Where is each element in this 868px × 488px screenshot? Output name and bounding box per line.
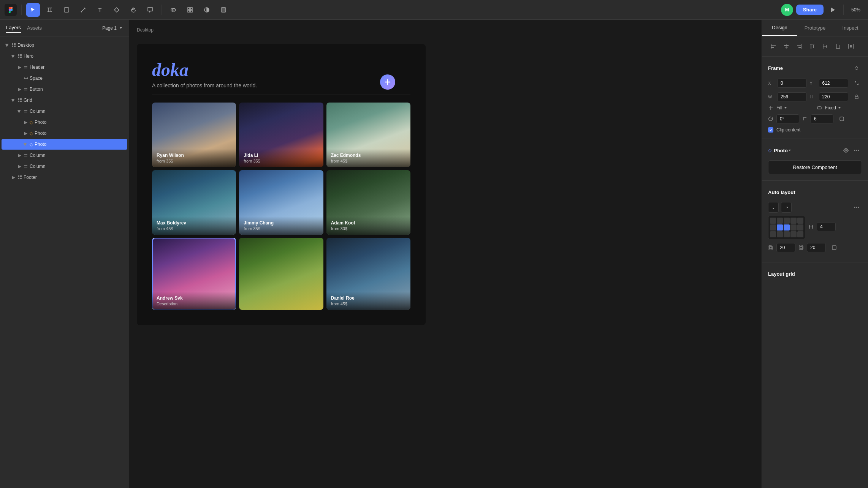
comment-tool[interactable] bbox=[143, 3, 157, 17]
layer-desktop[interactable]: ▶ Desktop bbox=[2, 40, 127, 51]
svg-rect-10 bbox=[190, 8, 192, 9]
zoom-level[interactable]: 50% bbox=[848, 7, 863, 13]
right-panel: Design Prototype Inspect bbox=[762, 20, 868, 488]
w-input[interactable] bbox=[777, 92, 807, 101]
layers-tab[interactable]: Layers bbox=[6, 23, 21, 33]
y-input[interactable] bbox=[819, 79, 849, 88]
svg-point-6 bbox=[81, 11, 82, 12]
align-top-button[interactable] bbox=[807, 41, 817, 52]
layer-button[interactable]: ▶ Button bbox=[2, 84, 127, 95]
contrast-tool[interactable] bbox=[200, 3, 214, 17]
padding-expand-icon[interactable] bbox=[829, 242, 839, 253]
distribute-button[interactable] bbox=[846, 41, 856, 52]
layer-column3[interactable]: ▶ Column bbox=[2, 161, 127, 172]
restore-component-button[interactable]: Restore Component bbox=[768, 160, 862, 174]
chevron-icon: ▶ bbox=[23, 120, 28, 125]
add-auto-layout-icon[interactable] bbox=[851, 187, 862, 197]
prototype-tab[interactable]: Prototype bbox=[797, 20, 833, 36]
photo-card-deer[interactable] bbox=[239, 238, 323, 310]
clip-checkbox[interactable] bbox=[768, 127, 773, 133]
layer-column1[interactable]: ▶ Column bbox=[2, 106, 127, 117]
h-input[interactable] bbox=[819, 92, 849, 101]
fixed-control[interactable]: Fixed bbox=[825, 105, 862, 111]
direction-right-button[interactable] bbox=[781, 202, 792, 213]
photo-card-zac[interactable]: Zac Edmonds from 45$ bbox=[326, 103, 410, 167]
x-input[interactable] bbox=[777, 79, 807, 88]
x-label: X bbox=[768, 81, 774, 85]
align-right-button[interactable] bbox=[794, 41, 805, 52]
chevron-icon: ▶ bbox=[17, 87, 22, 92]
app-logo[interactable] bbox=[5, 4, 17, 16]
hand-tool[interactable] bbox=[127, 3, 140, 17]
photo-card-max[interactable]: Max Boldyrev from 45$ bbox=[152, 170, 236, 235]
layer-hero[interactable]: ▶ Hero bbox=[2, 51, 127, 62]
align-center-v-button[interactable] bbox=[820, 41, 830, 52]
photo-card-jida[interactable]: Jida Li from 35$ bbox=[239, 103, 323, 167]
page-selector[interactable]: Page 1 bbox=[102, 25, 123, 31]
fill-control[interactable]: Fill bbox=[776, 105, 814, 111]
svg-point-77 bbox=[856, 150, 857, 151]
component-tool[interactable] bbox=[110, 3, 124, 17]
photo-name: Andrew Svk bbox=[157, 295, 231, 301]
add-photo-button[interactable] bbox=[380, 74, 395, 90]
user-avatar[interactable]: M bbox=[781, 4, 793, 16]
share-button[interactable]: Share bbox=[796, 5, 824, 15]
photo-label-max: Max Boldyrev from 45$ bbox=[152, 216, 236, 235]
fill-tool[interactable] bbox=[217, 3, 230, 17]
assets-tab[interactable]: Assets bbox=[27, 24, 42, 32]
lock-ratio-icon[interactable] bbox=[851, 92, 862, 102]
rotation-input[interactable] bbox=[776, 114, 799, 123]
mask-tool[interactable] bbox=[166, 3, 180, 17]
photo-name: Daniel Roe bbox=[331, 295, 406, 301]
spacing-grid bbox=[768, 216, 805, 239]
layer-space[interactable]: ▶ Space bbox=[2, 73, 127, 84]
auto-layout-more-icon[interactable] bbox=[851, 202, 862, 213]
select-tool[interactable] bbox=[26, 3, 40, 17]
toolbar: T M Share 50% bbox=[0, 0, 868, 20]
layer-photo1[interactable]: ▶ ◇ Photo bbox=[2, 117, 127, 128]
layer-photo2[interactable]: ▶ ◇ Photo bbox=[2, 128, 127, 139]
component-more-icon[interactable] bbox=[851, 145, 862, 156]
design-tab[interactable]: Design bbox=[762, 20, 797, 36]
photo-card-adam[interactable]: Adam Kool from 30$ bbox=[326, 170, 410, 235]
frame-tool[interactable] bbox=[43, 3, 57, 17]
align-center-h-button[interactable] bbox=[781, 41, 792, 52]
padding-h-input[interactable] bbox=[776, 243, 795, 252]
plugin-tool[interactable] bbox=[183, 3, 197, 17]
align-left-button[interactable] bbox=[768, 41, 779, 52]
photo-card-andrew[interactable]: Andrew Svk Description Fill × 220 bbox=[152, 238, 236, 310]
canvas[interactable]: Desktop doka A collection of photos from… bbox=[129, 20, 762, 488]
component-target-icon[interactable] bbox=[841, 145, 851, 156]
gap-input[interactable] bbox=[817, 222, 836, 231]
individual-corners-icon[interactable] bbox=[836, 114, 847, 124]
resize-icon[interactable] bbox=[851, 78, 862, 88]
pen-tool[interactable] bbox=[76, 3, 90, 17]
svg-point-70 bbox=[844, 148, 848, 152]
photo-card-jimmy[interactable]: Jimmy Chang from 35$ bbox=[239, 170, 323, 235]
add-layout-grid-icon[interactable] bbox=[851, 268, 862, 279]
layer-tree: ▶ Desktop ▶ Hero ▶ Header bbox=[0, 36, 129, 488]
padding-v-input[interactable] bbox=[807, 243, 826, 252]
layer-grid[interactable]: ▶ Grid bbox=[2, 95, 127, 106]
align-bottom-button[interactable] bbox=[833, 41, 843, 52]
layer-photo3[interactable]: ▶ ◇ Photo bbox=[2, 139, 127, 150]
direction-down-button[interactable] bbox=[768, 202, 779, 213]
svg-rect-55 bbox=[813, 45, 814, 48]
corner-radius-input[interactable] bbox=[811, 114, 833, 123]
svg-rect-61 bbox=[839, 45, 839, 48]
component-title: Photo bbox=[774, 148, 788, 153]
shape-tool[interactable] bbox=[60, 3, 73, 17]
photo-name: Zac Edmonds bbox=[331, 153, 406, 158]
svg-rect-11 bbox=[188, 10, 190, 12]
layer-column2[interactable]: ▶ Column bbox=[2, 150, 127, 161]
photo-card-daniel[interactable]: Daniel Roe from 45$ bbox=[326, 238, 410, 310]
photo-card-ryan[interactable]: Ryan Wilson from 35$ bbox=[152, 103, 236, 167]
layer-header[interactable]: ▶ Header bbox=[2, 62, 127, 73]
frame-chevron-icon[interactable] bbox=[851, 63, 862, 73]
layer-footer[interactable]: ▶ Footer bbox=[2, 172, 127, 183]
svg-rect-12 bbox=[190, 10, 192, 12]
panel-tabs: Layers Assets Page 1 bbox=[0, 20, 129, 36]
play-button[interactable] bbox=[827, 4, 839, 16]
inspect-tab[interactable]: Inspect bbox=[833, 20, 868, 36]
text-tool[interactable]: T bbox=[93, 3, 107, 17]
